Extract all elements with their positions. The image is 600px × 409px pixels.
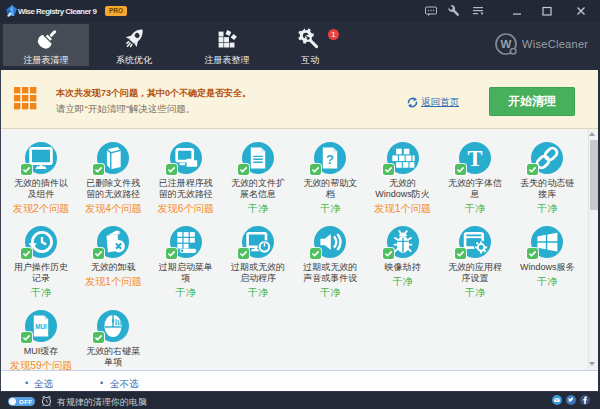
svg-text:?: ? xyxy=(326,152,334,167)
svg-text:MUI: MUI xyxy=(35,323,47,330)
svg-text:T: T xyxy=(468,146,483,171)
svg-text:W: W xyxy=(501,38,512,50)
